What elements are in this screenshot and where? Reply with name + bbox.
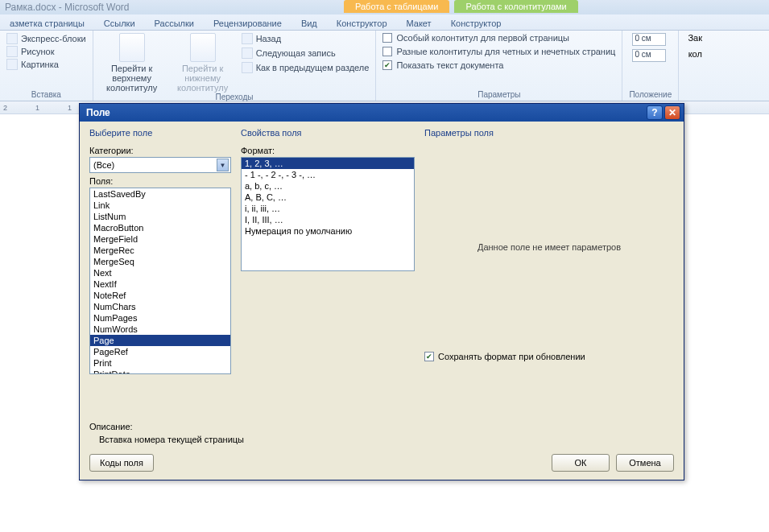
field-item[interactable]: MergeField	[90, 233, 230, 245]
format-item[interactable]: i, ii, iii, …	[242, 203, 414, 214]
checkbox-icon	[382, 47, 392, 56]
fields-label: Поля:	[89, 176, 231, 186]
next-icon	[242, 47, 253, 59]
group-navigation: Перейти к верхнему колонтитулу Перейти к…	[93, 31, 377, 101]
ruler-tick: 2	[3, 104, 7, 112]
dialog-title-text: Поле	[86, 107, 110, 118]
categories-value: (Все)	[93, 160, 114, 170]
dialog-titlebar[interactable]: Поле ? ✕	[80, 104, 684, 122]
close-label-1: Зак	[688, 33, 702, 43]
back-button[interactable]: Назад	[242, 33, 370, 44]
tab-layout[interactable]: Макет	[397, 17, 441, 30]
field-item[interactable]: Page	[90, 335, 230, 346]
checkbox-checked-icon: ✔	[424, 352, 434, 361]
back-icon	[242, 33, 253, 44]
group-options: Особый колонтитул для первой страницы Ра…	[376, 31, 622, 101]
fields-listbox[interactable]: LastSavedByLinkListNumMacroButtonMergeFi…	[89, 188, 231, 374]
header-from-top[interactable]: 0 см	[629, 33, 666, 46]
field-codes-button[interactable]: Коды поля	[89, 454, 154, 472]
field-item[interactable]: Next	[90, 267, 230, 278]
ribbon: Экспресс-блоки Рисунок Картинка Вставка …	[0, 31, 769, 101]
ok-button[interactable]: ОК	[552, 454, 610, 472]
tab-review[interactable]: Рецензирование	[204, 17, 291, 30]
contextual-tabs: Работа с таблицами Работа с колонтитулам…	[344, 0, 583, 13]
chevron-down-icon: ▼	[217, 159, 229, 171]
field-props-heading: Свойства поля	[241, 128, 415, 138]
footer-from-bottom[interactable]: 0 см	[629, 49, 666, 62]
help-button[interactable]: ?	[647, 105, 663, 120]
header-icon	[119, 33, 145, 62]
field-item[interactable]: MacroButton	[90, 222, 230, 233]
tab-view[interactable]: Вид	[291, 17, 327, 30]
description-label: Описание:	[89, 422, 674, 431]
preserve-format-checkbox[interactable]: ✔ Сохранять формат при обновлении	[424, 352, 674, 361]
select-field-heading: Выберите поле	[89, 128, 231, 138]
back-label: Назад	[256, 34, 282, 43]
close-button[interactable]: ✕	[664, 105, 680, 120]
picture-icon	[6, 46, 18, 57]
description-text: Вставка номера текущей страницы	[89, 431, 674, 444]
tab-designer-2[interactable]: Конструктор	[441, 17, 511, 30]
header-pos-input[interactable]: 0 см	[632, 33, 666, 46]
field-item[interactable]: Print	[90, 357, 230, 369]
group-position: 0 см 0 см Положение	[622, 31, 679, 101]
clipart-button[interactable]: Картинка	[6, 59, 59, 70]
group-close: Зак кол	[679, 31, 711, 101]
format-item[interactable]: Нумерация по умолчанию	[242, 225, 414, 237]
picture-label: Рисунок	[21, 47, 55, 56]
group-insert-label: Вставка	[6, 90, 86, 101]
field-item[interactable]: PrintDate	[90, 369, 230, 374]
cancel-button[interactable]: Отмена	[616, 454, 674, 472]
format-listbox[interactable]: 1, 2, 3, …- 1 -, - 2 -, - 3 -, …a, b, c,…	[241, 157, 415, 271]
group-nav-label: Переходы	[100, 93, 370, 103]
show-text-checkbox[interactable]: ✔Показать текст документа	[382, 60, 503, 70]
tab-links[interactable]: Ссылки	[94, 17, 145, 30]
ribbon-tabs: азметка страницы Ссылки Рассылки Рецензи…	[0, 14, 769, 31]
odd-even-checkbox[interactable]: Разные колонтитулы для четных и нечетных…	[382, 47, 615, 56]
field-item[interactable]: PageRef	[90, 346, 230, 357]
field-item[interactable]: NumPages	[90, 312, 230, 324]
format-item[interactable]: a, b, c, …	[242, 180, 414, 192]
field-item[interactable]: NumChars	[90, 301, 230, 312]
picture-button[interactable]: Рисунок	[6, 46, 55, 57]
field-item[interactable]: LastSavedBy	[90, 188, 230, 200]
field-item[interactable]: MergeRec	[90, 245, 230, 256]
field-item[interactable]: NextIf	[90, 278, 230, 290]
field-dialog: Поле ? ✕ Выберите поле Категории: (Все) …	[79, 103, 684, 480]
express-blocks-button[interactable]: Экспресс-блоки	[6, 33, 86, 44]
format-item[interactable]: I, II, III, …	[242, 214, 414, 225]
group-options-label: Параметры	[382, 90, 615, 101]
same-as-prev-label: Как в предыдущем разделе	[256, 63, 370, 72]
format-label: Формат:	[241, 146, 415, 155]
categories-label: Категории:	[89, 146, 231, 155]
same-as-prev-button[interactable]: Как в предыдущем разделе	[242, 62, 370, 73]
clipart-icon	[6, 59, 18, 70]
close-label-2: кол	[688, 49, 702, 59]
ruler-tick: 1	[35, 104, 39, 112]
field-item[interactable]: ListNum	[90, 211, 230, 222]
tab-mailings[interactable]: Рассылки	[145, 17, 204, 30]
odd-even-label: Разные колонтитулы для четных и нечетных…	[396, 47, 615, 56]
goto-footer-button: Перейти к нижнему колонтитулу	[171, 33, 235, 93]
format-item[interactable]: - 1 -, - 2 -, - 3 -, …	[242, 169, 414, 180]
ctx-tab-tables[interactable]: Работа с таблицами	[344, 0, 449, 13]
tab-page-layout[interactable]: азметка страницы	[0, 17, 94, 30]
format-item[interactable]: 1, 2, 3, …	[242, 158, 414, 169]
tab-designer-1[interactable]: Конструктор	[327, 17, 397, 30]
next-button[interactable]: Следующая запись	[242, 47, 370, 59]
ruler-tick: 1	[68, 104, 72, 112]
no-params-text: Данное поле не имеет параметров	[424, 142, 674, 352]
ctx-tab-headers[interactable]: Работа с колонтитулами	[454, 0, 577, 13]
footer-pos-input[interactable]: 0 см	[632, 49, 666, 62]
checkbox-checked-icon: ✔	[382, 60, 392, 70]
field-item[interactable]: Link	[90, 200, 230, 211]
field-item[interactable]: NoteRef	[90, 290, 230, 301]
field-params-heading: Параметры поля	[424, 128, 674, 138]
express-icon	[6, 33, 18, 44]
format-item[interactable]: A, B, C, …	[242, 192, 414, 203]
first-page-checkbox[interactable]: Особый колонтитул для первой страницы	[382, 33, 569, 43]
categories-combo[interactable]: (Все) ▼	[89, 157, 231, 173]
field-item[interactable]: NumWords	[90, 324, 230, 335]
field-item[interactable]: MergeSeq	[90, 256, 230, 267]
goto-header-button[interactable]: Перейти к верхнему колонтитулу	[100, 33, 164, 93]
